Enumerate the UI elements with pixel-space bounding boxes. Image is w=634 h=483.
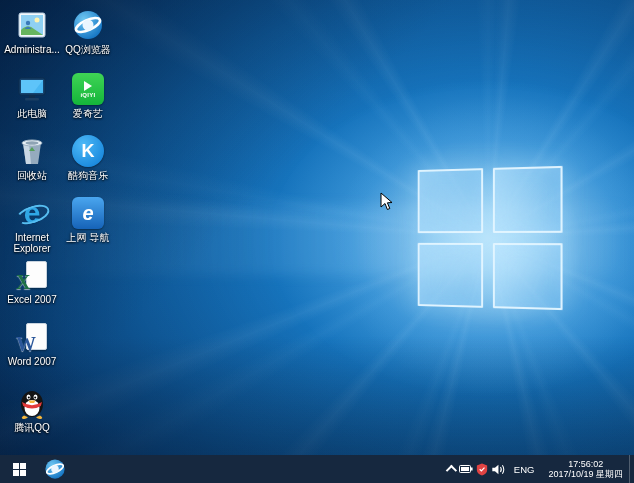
desktop: Administra... 此电脑 <box>0 0 634 455</box>
desktop-icon-excel-2007[interactable]: X Excel 2007 <box>4 260 60 305</box>
taskbar: ENG 17:56:02 2017/10/19 星期四 <box>0 455 634 483</box>
desktop-icon-internet-explorer[interactable]: e Internet Explorer <box>4 196 60 254</box>
desktop-icon-web-navigation[interactable]: e 上网 导航 <box>60 196 116 243</box>
clock-date: 2017/10/19 星期四 <box>548 469 623 479</box>
iqiyi-wordmark: iQIYI <box>80 92 95 98</box>
kugou-icon: K <box>71 134 105 168</box>
word-letter: W <box>16 334 36 354</box>
icon-label: 回收站 <box>4 170 60 181</box>
icon-label: 酷狗音乐 <box>60 170 116 181</box>
taskbar-qq-browser-button[interactable] <box>38 455 72 483</box>
desktop-icon-qq-browser[interactable]: QQ浏览器 <box>60 8 116 55</box>
system-tray: ENG 17:56:02 2017/10/19 星期四 <box>442 455 634 483</box>
desktop-icon-tencent-qq[interactable]: 腾讯QQ <box>4 386 60 433</box>
administrator-icon <box>15 8 49 42</box>
hidden-icons-chevron[interactable] <box>442 455 458 483</box>
qq-penguin-icon <box>15 386 49 420</box>
icon-label: 此电脑 <box>4 108 60 119</box>
volume-icon[interactable] <box>490 455 506 483</box>
show-desktop-button[interactable] <box>629 455 634 483</box>
word-icon: W <box>15 322 49 354</box>
start-button[interactable] <box>0 455 38 483</box>
language-indicator[interactable]: ENG <box>506 464 543 475</box>
qq-browser-icon <box>71 8 105 42</box>
icon-label: Excel 2007 <box>4 294 60 305</box>
desktop-icon-kugou-music[interactable]: K 酷狗音乐 <box>60 134 116 181</box>
qq-browser-icon <box>44 458 66 480</box>
kugou-letter: K <box>82 141 95 162</box>
excel-icon: X <box>15 260 49 292</box>
clock-time: 17:56:02 <box>548 459 623 469</box>
icon-label: Administra... <box>4 44 60 55</box>
desktop-icon-word-2007[interactable]: W Word 2007 <box>4 322 60 367</box>
recycle-bin-icon <box>15 134 49 168</box>
icon-label: 上网 导航 <box>60 232 116 243</box>
desktop-icon-administrator[interactable]: Administra... <box>4 8 60 55</box>
icon-label: Word 2007 <box>4 356 60 367</box>
desktop-icon-this-pc[interactable]: 此电脑 <box>4 72 60 119</box>
this-pc-icon <box>15 72 49 106</box>
icon-label: 腾讯QQ <box>4 422 60 433</box>
internet-explorer-icon: e <box>15 196 49 230</box>
excel-letter: X <box>16 272 30 292</box>
windows-desktop-screen: Administra... 此电脑 <box>0 0 634 483</box>
clock[interactable]: 17:56:02 2017/10/19 星期四 <box>542 459 629 479</box>
web-navigation-icon: e <box>71 196 105 230</box>
nav-letter: e <box>82 202 93 225</box>
desktop-icon-iqiyi[interactable]: iQIYI 爱奇艺 <box>60 72 116 119</box>
windows-logo-icon <box>13 463 26 476</box>
battery-icon[interactable] <box>458 455 474 483</box>
icon-label: 爱奇艺 <box>60 108 116 119</box>
security-icon[interactable] <box>474 455 490 483</box>
icon-label: QQ浏览器 <box>60 44 116 55</box>
desktop-icon-recycle-bin[interactable]: 回收站 <box>4 134 60 181</box>
chevron-up-icon <box>446 465 457 476</box>
icon-label: Internet Explorer <box>4 232 60 254</box>
iqiyi-icon: iQIYI <box>71 72 105 106</box>
play-icon <box>84 81 92 91</box>
